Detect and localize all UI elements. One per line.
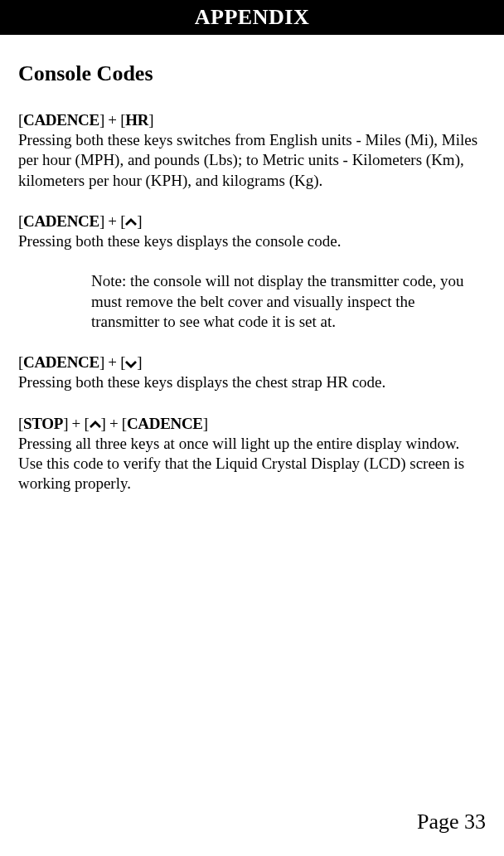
combos-container: [CADENCE] + [HR]Pressing both these keys… <box>18 111 486 494</box>
page: APPENDIX Console Codes [CADENCE] + [HR]P… <box>0 0 504 856</box>
combo-description: Pressing both these keys switches from E… <box>18 130 486 191</box>
key-label: CADENCE <box>127 415 203 432</box>
combo-description: Pressing both these keys displays the ch… <box>18 372 486 392</box>
key-delimiter: ] + [ <box>101 415 127 432</box>
key-label: STOP <box>23 415 63 432</box>
combo-block: [CADENCE] + []Pressing both these keys d… <box>18 212 486 332</box>
key-delimiter: ] <box>203 415 208 432</box>
key-delimiter: ] + [ <box>63 415 89 432</box>
key-label: CADENCE <box>23 111 99 129</box>
key-delimiter: ] <box>148 111 153 129</box>
combo-block: [CADENCE] + [HR]Pressing both these keys… <box>18 111 486 191</box>
key-combo: [STOP] + [] + [CADENCE] <box>18 415 486 433</box>
key-delimiter: ] + [ <box>99 111 125 129</box>
combo-description: Pressing both these keys displays the co… <box>18 231 486 251</box>
section-title: Console Codes <box>18 61 486 86</box>
key-label: CADENCE <box>23 212 99 230</box>
arrow-down-icon <box>125 359 137 368</box>
arrow-up-icon <box>90 421 101 430</box>
key-delimiter: ] <box>137 212 142 230</box>
page-number: Page 33 <box>417 810 486 834</box>
key-delimiter: ] + [ <box>99 353 125 371</box>
arrow-up-icon <box>125 218 137 227</box>
appendix-header: APPENDIX <box>0 0 504 35</box>
key-combo: [CADENCE] + [] <box>18 212 486 231</box>
key-label: HR <box>125 111 148 129</box>
combo-description: Pressing all three keys at once will lig… <box>18 434 486 494</box>
key-delimiter: ] <box>137 353 142 371</box>
combo-block: [STOP] + [] + [CADENCE]Pressing all thre… <box>18 415 486 494</box>
combo-note: Note: the console will not display the t… <box>18 271 486 332</box>
key-label: CADENCE <box>23 353 99 371</box>
key-combo: [CADENCE] + [HR] <box>18 111 486 129</box>
combo-block: [CADENCE] + []Pressing both these keys d… <box>18 353 486 392</box>
key-delimiter: ] + [ <box>99 212 125 230</box>
key-combo: [CADENCE] + [] <box>18 353 486 372</box>
